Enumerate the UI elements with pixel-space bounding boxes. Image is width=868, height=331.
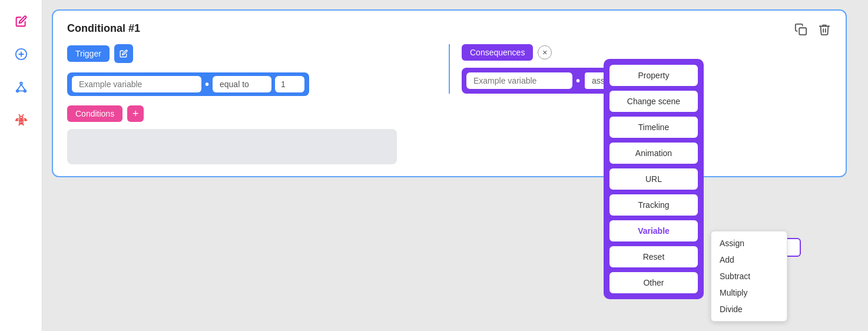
dropdown-item-change-scene[interactable]: Change scene bbox=[608, 90, 699, 113]
consequences-variable-input[interactable] bbox=[466, 72, 572, 89]
delete-button[interactable] bbox=[815, 20, 834, 39]
conditional-panel: Conditional #1 bbox=[52, 9, 847, 177]
dropdown-item-timeline[interactable]: Timeline bbox=[608, 115, 699, 139]
dropdown-item-property[interactable]: Property bbox=[608, 64, 699, 87]
main-content: Conditional #1 bbox=[42, 0, 868, 331]
consequences-header: Consequences × bbox=[462, 44, 831, 61]
svg-line-7 bbox=[21, 84, 25, 90]
network-icon[interactable] bbox=[9, 75, 33, 99]
edit-icon[interactable] bbox=[9, 9, 33, 33]
subdropdown-add[interactable]: Add bbox=[711, 251, 787, 268]
subdropdown-assign[interactable]: Assign bbox=[711, 235, 787, 251]
dropdown-item-tracking[interactable]: Tracking bbox=[608, 193, 699, 217]
trigger-badge[interactable]: Trigger bbox=[67, 45, 110, 62]
conditions-row: Conditions + bbox=[67, 105, 437, 122]
bug-icon[interactable] bbox=[9, 108, 33, 132]
trigger-inputs: • bbox=[67, 72, 309, 96]
subdropdown-multiply[interactable]: Multiply bbox=[711, 284, 787, 301]
conditions-badge[interactable]: Conditions bbox=[67, 105, 122, 122]
trigger-edit-button[interactable] bbox=[114, 44, 133, 63]
subdropdown-subtract[interactable]: Subtract bbox=[711, 268, 787, 284]
trigger-dot-separator: • bbox=[205, 78, 209, 91]
trigger-row: Trigger bbox=[67, 44, 437, 63]
dropdown-item-animation[interactable]: Animation bbox=[608, 141, 699, 165]
consequence-type-dropdown: Property Change scene Timeline Animation… bbox=[604, 59, 704, 299]
trigger-variable-input[interactable] bbox=[72, 76, 201, 92]
add-condition-button[interactable]: + bbox=[127, 105, 144, 122]
conditions-area bbox=[67, 129, 397, 164]
add-circle-icon[interactable] bbox=[9, 42, 33, 66]
left-column: Trigger • Con bbox=[67, 44, 437, 164]
consequences-badge[interactable]: Consequences bbox=[462, 44, 533, 61]
panel-title: Conditional #1 bbox=[67, 22, 831, 35]
two-column-layout: Trigger • Con bbox=[67, 44, 831, 164]
variable-action-subdropdown: Assign Add Subtract Multiply Divide bbox=[711, 231, 787, 322]
panel-actions bbox=[791, 20, 834, 39]
consequences-dot-separator: • bbox=[576, 74, 580, 88]
trigger-value-input[interactable] bbox=[275, 76, 304, 92]
sidebar bbox=[0, 0, 42, 331]
subdropdown-divide[interactable]: Divide bbox=[711, 301, 787, 317]
svg-line-6 bbox=[17, 84, 21, 90]
dropdown-item-other[interactable]: Other bbox=[608, 271, 699, 294]
dropdown-item-url[interactable]: URL bbox=[608, 167, 699, 191]
svg-rect-12 bbox=[799, 28, 806, 35]
trigger-operator-input[interactable] bbox=[213, 76, 271, 92]
dropdown-item-reset[interactable]: Reset bbox=[608, 245, 699, 269]
dropdown-item-variable[interactable]: Variable bbox=[608, 219, 699, 243]
consequences-close-button[interactable]: × bbox=[538, 45, 552, 59]
copy-button[interactable] bbox=[791, 20, 810, 39]
